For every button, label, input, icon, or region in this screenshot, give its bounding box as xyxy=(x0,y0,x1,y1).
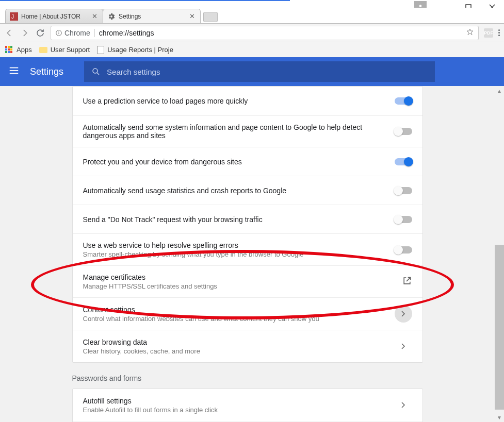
vertical-scrollbar[interactable]: ▲ ▼ xyxy=(495,86,504,422)
toggle[interactable] xyxy=(395,128,412,135)
tab-title: Home | About JSTOR xyxy=(21,13,91,20)
bookmark-user-support[interactable]: User Support xyxy=(39,46,90,54)
omnibox-origin-chip[interactable]: Chrome xyxy=(55,29,95,37)
folder-icon xyxy=(39,47,47,53)
tab-settings[interactable]: Settings ✕ xyxy=(103,9,201,23)
jstor-favicon-icon: J xyxy=(10,12,18,21)
window-accent-line xyxy=(0,0,290,1)
settings-title: Settings xyxy=(30,66,63,77)
reload-button[interactable] xyxy=(35,28,45,38)
arrow-left-icon xyxy=(5,28,14,38)
privacy-row[interactable]: Content settingsControl what information… xyxy=(73,297,422,330)
origin-chip-label: Chrome xyxy=(64,29,90,37)
forward-button[interactable] xyxy=(20,28,30,38)
passwords-row[interactable]: Autofill settingsEnable Autofill to fill… xyxy=(73,389,422,421)
privacy-row: Protect you and your device from dangero… xyxy=(73,147,422,176)
external-link-icon xyxy=(402,276,412,286)
privacy-row[interactable]: Clear browsing dataClear history, cookie… xyxy=(73,330,422,362)
passwords-card: Autofill settingsEnable Autofill to fill… xyxy=(72,389,423,422)
scroll-down-button[interactable]: ▼ xyxy=(495,413,504,422)
privacy-row: Use a prediction service to load pages m… xyxy=(73,87,422,115)
reload-icon xyxy=(36,28,45,38)
svg-point-0 xyxy=(419,5,422,7)
row-title: Manage certificates xyxy=(83,273,217,281)
svg-rect-10 xyxy=(10,67,19,69)
row-subtitle: Manage HTTPS/SSL certificates and settin… xyxy=(83,282,217,290)
svg-rect-11 xyxy=(10,70,19,71)
toggle[interactable] xyxy=(395,97,412,105)
back-button[interactable] xyxy=(4,28,14,38)
toggle[interactable] xyxy=(395,187,412,194)
tab-close-button[interactable]: ✕ xyxy=(91,12,99,20)
page-icon xyxy=(97,46,104,54)
privacy-row: Automatically send some system informati… xyxy=(73,115,422,147)
row-subtitle: Smarter spell-checking by sending what y… xyxy=(83,250,304,258)
scroll-thumb[interactable] xyxy=(495,245,504,410)
scroll-up-button[interactable]: ▲ xyxy=(495,86,504,95)
omnibox[interactable]: Chrome chrome://settings xyxy=(51,26,479,40)
chevron-right-icon xyxy=(401,311,405,317)
row-subtitle: Clear history, cookies, cache, and more xyxy=(83,347,200,355)
new-tab-button[interactable] xyxy=(203,12,218,22)
svg-text:J: J xyxy=(11,14,14,20)
gear-icon xyxy=(107,12,116,21)
row-subtitle: Enable Autofill to fill out forms in a s… xyxy=(83,406,218,414)
svg-line-14 xyxy=(97,73,99,75)
row-title: Use a prediction service to load pages m… xyxy=(83,97,248,105)
toggle[interactable] xyxy=(395,216,412,223)
toggle[interactable] xyxy=(395,246,412,254)
tab-title: Settings xyxy=(119,13,188,20)
privacy-row[interactable]: Manage certificatesManage HTTPS/SSL cert… xyxy=(73,265,422,297)
row-title: Protect you and your device from dangero… xyxy=(83,158,242,166)
privacy-row: Use a web service to help resolve spelli… xyxy=(73,233,422,265)
settings-scroll-area: Use a prediction service to load pages m… xyxy=(0,86,495,422)
toggle[interactable] xyxy=(395,158,412,165)
apps-shortcut[interactable]: Apps xyxy=(5,46,32,54)
row-title: Autofill settings xyxy=(83,397,218,405)
arrow-right-icon xyxy=(20,28,29,38)
bookmark-usage-reports[interactable]: Usage Reports | Proje xyxy=(97,46,173,54)
chevron-right-icon xyxy=(401,402,405,408)
settings-search-input[interactable] xyxy=(107,67,428,76)
svg-rect-8 xyxy=(58,32,59,34)
tab-close-button[interactable]: ✕ xyxy=(188,12,196,20)
settings-header: Settings xyxy=(0,57,504,86)
browser-menu-button[interactable] xyxy=(498,29,500,36)
apps-grid-icon xyxy=(5,46,13,54)
row-subtitle: Control what information websites can us… xyxy=(83,315,319,323)
row-title: Use a web service to help resolve spelli… xyxy=(83,241,304,249)
expand-button[interactable] xyxy=(395,305,412,323)
tabstrip: J Home | About JSTOR ✕ Settings ✕ xyxy=(0,8,504,23)
external-link-button[interactable] xyxy=(402,276,412,288)
omnibox-url: chrome://settings xyxy=(99,29,462,37)
settings-page: Settings Use a prediction service to loa… xyxy=(0,57,504,422)
bookmarks-bar: Apps User Support Usage Reports | Proje xyxy=(0,42,504,58)
privacy-card: Use a prediction service to load pages m… xyxy=(72,86,423,363)
settings-column: Use a prediction service to load pages m… xyxy=(72,86,423,422)
row-title: Clear browsing data xyxy=(83,338,200,346)
svg-rect-9 xyxy=(58,31,59,31)
bookmark-star-button[interactable] xyxy=(466,28,474,38)
row-title: Automatically send usage statistics and … xyxy=(83,187,287,195)
privacy-row: Automatically send usage statistics and … xyxy=(73,176,422,205)
bookmark-label: User Support xyxy=(51,46,90,54)
row-title: Automatically send some system informati… xyxy=(83,123,388,140)
tab-jstor[interactable]: J Home | About JSTOR ✕ xyxy=(5,9,103,23)
hamburger-icon xyxy=(8,65,20,76)
bookmark-label: Usage Reports | Proje xyxy=(107,46,173,54)
expand-button[interactable] xyxy=(395,396,412,414)
expand-button[interactable] xyxy=(395,337,412,355)
scroll-track[interactable] xyxy=(495,95,504,413)
settings-menu-button[interactable] xyxy=(8,65,20,78)
svg-rect-12 xyxy=(10,73,19,74)
settings-search[interactable] xyxy=(84,61,435,82)
row-title: Send a "Do Not Track" request with your … xyxy=(83,215,263,224)
info-icon xyxy=(55,29,62,37)
apps-label: Apps xyxy=(17,46,32,54)
row-title: Content settings xyxy=(83,306,319,314)
pdf-extension-icon[interactable]: PDF xyxy=(484,28,493,38)
chevron-right-icon xyxy=(401,343,405,349)
svg-point-13 xyxy=(93,69,97,73)
browser-toolbar: Chrome chrome://settings PDF xyxy=(0,24,504,42)
star-icon xyxy=(466,28,474,36)
